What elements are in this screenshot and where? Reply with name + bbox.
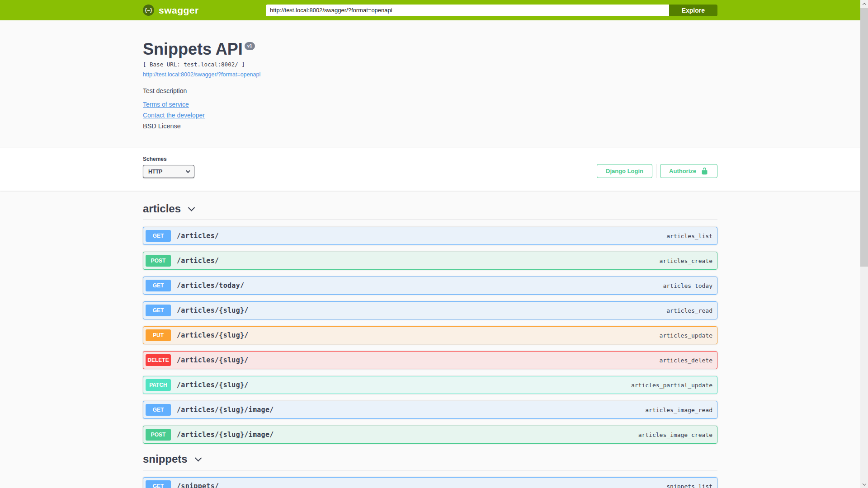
api-description: Test description: [143, 87, 717, 94]
method-badge: PATCH: [146, 379, 171, 391]
license-text: BSD License: [143, 122, 717, 130]
op-id: articles_image_read: [645, 407, 712, 413]
opblock-row[interactable]: GET /articles/{slug}/image/ articles_ima…: [143, 401, 717, 419]
scheme-select[interactable]: HTTP: [143, 165, 194, 178]
scroll-up-button[interactable]: [860, 0, 868, 8]
api-title-text: Snippets API: [143, 40, 243, 58]
swagger-logo: {⋯} swagger: [143, 5, 199, 16]
tag-title: snippets: [143, 453, 188, 465]
authorize-label: Authorize: [669, 168, 696, 174]
scheme-container: Schemes HTTP Django Login Authorize: [0, 148, 860, 191]
django-login-button[interactable]: Django Login: [597, 164, 652, 178]
op-path: /articles/{slug}/image/: [177, 431, 638, 439]
operations: articles GET /articles/ articles_list PO…: [143, 191, 717, 488]
method-badge: GET: [146, 230, 171, 242]
info-section: Snippets APIv1 [ Base URL: test.local:80…: [0, 20, 860, 148]
schemes-label: Schemes: [143, 156, 194, 162]
auth-wrapper: Django Login Authorize: [597, 164, 717, 178]
opblock-row[interactable]: GET /snippets/ snippets_list: [143, 477, 717, 488]
chevron-down-icon: [186, 169, 190, 173]
tag-title: articles: [143, 202, 181, 215]
op-path: /articles/{slug}/: [177, 331, 660, 339]
base-url: [ Base URL: test.local:8002/ ]: [143, 61, 717, 68]
op-id: articles_image_create: [638, 432, 712, 438]
opblock-row[interactable]: GET /articles/today/ articles_today: [143, 277, 717, 295]
op-path: /articles/{slug}/: [177, 381, 631, 389]
op-id: articles_update: [660, 332, 712, 339]
op-path: /articles/: [177, 232, 666, 240]
spec-link[interactable]: http://test.local:8002/swagger/?format=o…: [143, 71, 260, 78]
op-path: /articles/{slug}/: [177, 356, 660, 364]
terms-of-service-link[interactable]: Terms of service: [143, 101, 189, 108]
schemes-block: Schemes HTTP: [143, 156, 194, 178]
explore-button[interactable]: Explore: [669, 5, 717, 16]
topbar: {⋯} swagger Explore: [0, 0, 860, 20]
tag-section: articles GET /articles/ articles_list PO…: [143, 202, 717, 444]
opblock-row[interactable]: GET /articles/ articles_list: [143, 227, 717, 245]
op-path: /articles/: [177, 257, 660, 265]
tag-header[interactable]: articles: [143, 202, 717, 220]
tag-header[interactable]: snippets: [143, 453, 717, 470]
opblock-list: GET /articles/ articles_list POST /artic…: [143, 227, 717, 444]
op-id: articles_delete: [660, 357, 712, 364]
version-badge: v1: [245, 42, 255, 50]
chevron-down-icon: [188, 204, 195, 211]
op-id: articles_today: [663, 282, 712, 289]
opblock-row[interactable]: PATCH /articles/{slug}/ articles_partial…: [143, 376, 717, 394]
opblock-list: GET /snippets/ snippets_list: [143, 477, 717, 488]
vertical-scrollbar: [860, 0, 868, 488]
download-url-wrapper: Explore: [266, 5, 717, 16]
method-badge: GET: [146, 404, 171, 416]
op-path: /articles/{slug}/image/: [177, 406, 645, 414]
op-path: /snippets/: [177, 482, 666, 488]
authorize-button[interactable]: Authorize: [660, 164, 717, 178]
method-badge: GET: [146, 280, 171, 291]
opblock-row[interactable]: POST /articles/{slug}/image/ articles_im…: [143, 426, 717, 444]
page-title: Snippets APIv1: [143, 40, 717, 58]
opblock-row[interactable]: PUT /articles/{slug}/ articles_update: [143, 326, 717, 344]
chevron-down-icon: [194, 454, 202, 461]
method-badge: PUT: [146, 329, 171, 341]
opblock-row[interactable]: POST /articles/ articles_create: [143, 252, 717, 270]
contact-developer-link[interactable]: Contact the developer: [143, 112, 205, 119]
opblock-row[interactable]: DELETE /articles/{slug}/ articles_delete: [143, 351, 717, 369]
method-badge: GET: [146, 480, 171, 488]
op-id: snippets_list: [666, 483, 712, 488]
op-id: articles_list: [666, 233, 712, 239]
scrollbar-thumb[interactable]: [860, 8, 868, 267]
opblock-row[interactable]: GET /articles/{slug}/ articles_read: [143, 301, 717, 319]
op-path: /articles/{slug}/: [177, 306, 666, 314]
scheme-selected-value: HTTP: [148, 169, 162, 175]
auth-divider: [656, 164, 656, 178]
scroll-down-button[interactable]: [860, 480, 868, 488]
method-badge: POST: [146, 429, 171, 441]
method-badge: DELETE: [146, 354, 171, 366]
op-id: articles_create: [660, 258, 712, 264]
chevron-up-icon: [862, 3, 866, 6]
brand-name: swagger: [159, 5, 199, 16]
swagger-logo-icon: {⋯}: [143, 5, 154, 16]
unlocked-padlock-icon: [701, 167, 708, 175]
chevron-down-icon: [862, 482, 866, 485]
op-path: /articles/today/: [177, 282, 663, 290]
method-badge: GET: [146, 305, 171, 316]
swagger-ui: {⋯} swagger Explore Snippets APIv1 [ Bas…: [0, 0, 860, 488]
tag-section: snippets GET /snippets/ snippets_list: [143, 453, 717, 488]
op-id: articles_read: [666, 307, 712, 314]
spec-url-input[interactable]: [266, 5, 669, 16]
method-badge: POST: [146, 255, 171, 267]
op-id: articles_partial_update: [631, 382, 712, 389]
